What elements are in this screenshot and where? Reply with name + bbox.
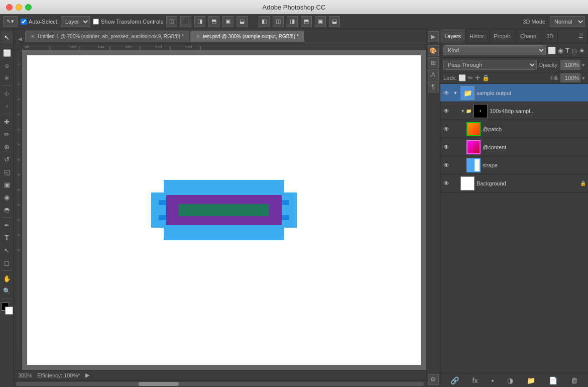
filter-pixel-icon[interactable]: ⬜	[548, 47, 556, 54]
tab-properties[interactable]: Proper.	[490, 29, 516, 43]
filter-adjust-icon[interactable]: ◉	[558, 47, 563, 54]
lock-image-icon[interactable]: ✏	[468, 74, 473, 81]
tab-channels[interactable]: Chann.	[516, 29, 542, 43]
shape-tool[interactable]: ◻	[1, 257, 13, 269]
align-bottom-icon[interactable]: ⬓	[237, 16, 248, 27]
gradient-tool[interactable]: ▣	[1, 178, 13, 190]
panel-menu[interactable]: ☰	[574, 29, 588, 43]
hand-tool[interactable]: ✋	[1, 272, 13, 284]
delete-layer-button[interactable]: 🗑	[569, 375, 580, 385]
magic-wand-tool[interactable]: ✳	[1, 72, 13, 84]
distribute-center-icon[interactable]: ◫	[273, 16, 284, 27]
tab-history[interactable]: Histor.	[465, 29, 490, 43]
blur-tool[interactable]: ◉	[1, 191, 13, 203]
tool-arrow-button[interactable]: ↖▾	[3, 16, 18, 27]
tab-3d[interactable]: 3D	[542, 29, 558, 43]
scrollbar-track[interactable]	[16, 382, 424, 386]
filter-smart-icon[interactable]: ★	[579, 47, 585, 54]
distribute-left-icon[interactable]: ◧	[259, 16, 270, 27]
color-btn[interactable]: 🎨	[428, 45, 439, 56]
maximize-button[interactable]	[25, 4, 32, 11]
scrollbar-thumb[interactable]	[139, 382, 179, 386]
auto-select-checkbox[interactable]: Auto-Select: Layer	[21, 16, 90, 27]
visibility-toggle-content[interactable]: 👁	[442, 143, 450, 151]
filter-type-icon[interactable]: T	[565, 47, 569, 54]
distribute-right-icon[interactable]: ◨	[287, 16, 298, 27]
traffic-lights[interactable]	[6, 4, 32, 11]
grid-btn[interactable]: ⊞	[428, 57, 439, 68]
distribute-mid-icon[interactable]: ▣	[315, 16, 326, 27]
eraser-tool[interactable]: ◱	[1, 166, 13, 178]
fill-input[interactable]	[560, 73, 580, 82]
blend-mode-select[interactable]: Pass Through	[443, 60, 537, 70]
tab-close-untitled[interactable]: ✕	[31, 34, 35, 39]
settings-btn[interactable]: ⚙	[428, 374, 439, 385]
play-btn[interactable]: ▶	[428, 31, 439, 42]
group-button[interactable]: 📁	[525, 375, 537, 385]
link-layers-button[interactable]: 🔗	[448, 375, 461, 385]
crop-tool[interactable]: ⊹	[1, 87, 13, 100]
filter-shape-icon[interactable]: ◻	[571, 47, 577, 54]
align-center-icon[interactable]: ⬛	[180, 16, 191, 27]
horizontal-scrollbar[interactable]	[14, 380, 426, 387]
align-right-icon[interactable]: ◨	[194, 16, 205, 27]
tab-layers[interactable]: Layers	[440, 29, 465, 43]
visibility-toggle-patch[interactable]: 👁	[442, 125, 450, 133]
spot-heal-tool[interactable]: ✚	[1, 116, 13, 128]
tab-scroll-left[interactable]: ◀	[16, 36, 24, 42]
lock-all-icon[interactable]: 🔒	[482, 74, 490, 81]
distribute-bottom-icon[interactable]: ⬓	[329, 16, 340, 27]
opacity-input[interactable]	[560, 60, 580, 70]
layer-item-content[interactable]: 👁 @content	[440, 138, 588, 156]
layer-item-patch[interactable]: 👁 @patch	[440, 120, 588, 138]
background-color[interactable]	[5, 307, 13, 315]
pen-tool[interactable]: ✒	[1, 219, 13, 231]
canvas-workspace[interactable]	[22, 50, 426, 370]
mask-button[interactable]: ▪	[489, 375, 496, 385]
tab-close-test[interactable]: ✕	[196, 34, 200, 39]
type-tool[interactable]: T	[1, 232, 13, 244]
align-left-icon[interactable]: ◫	[166, 16, 177, 27]
clone-tool[interactable]: ⊕	[1, 141, 13, 153]
move-tool[interactable]: ↖	[1, 31, 13, 43]
play-button[interactable]: ▶	[85, 372, 89, 378]
visibility-toggle-sample-output[interactable]: 👁	[442, 89, 450, 97]
fill-arrow[interactable]: ▾	[582, 75, 585, 81]
opacity-arrow[interactable]: ▾	[582, 62, 585, 68]
visibility-toggle-background[interactable]: 👁	[442, 179, 450, 187]
history-brush-tool[interactable]: ↺	[1, 153, 13, 165]
dodge-tool[interactable]: ◓	[1, 204, 13, 216]
close-button[interactable]	[6, 4, 13, 11]
lock-transparent-icon[interactable]: ⬜	[458, 74, 466, 81]
color-swatches[interactable]	[1, 303, 13, 315]
tab-test[interactable]: ✕ test.psd @ 300% (sample output, RGB/8)…	[190, 31, 304, 42]
distribute-top-icon[interactable]: ⬒	[301, 16, 312, 27]
layer-item-shape[interactable]: 👁 shape	[440, 156, 588, 174]
layer-item-100x48[interactable]: 👁 ▼ 📁 ▪ 100x48dp sampl...	[440, 102, 588, 120]
path-select-tool[interactable]: ↖	[1, 244, 13, 256]
align-top-icon[interactable]: ⬒	[208, 16, 219, 27]
3d-mode-select[interactable]: Normal	[550, 16, 585, 27]
minimize-button[interactable]	[16, 4, 22, 11]
new-layer-button[interactable]: 📄	[547, 375, 559, 385]
auto-select-dropdown[interactable]: Layer	[61, 16, 90, 27]
visibility-toggle-shape[interactable]: 👁	[442, 161, 450, 169]
group-expand-arrow[interactable]: ▼	[452, 90, 458, 95]
layer-item-sample-output[interactable]: 👁 ▼ 📁 sample output	[440, 84, 588, 102]
filter-kind-select[interactable]: Kind	[443, 45, 546, 55]
para-btn[interactable]: ¶	[428, 81, 439, 92]
lock-position-icon[interactable]: ✛	[475, 74, 480, 81]
visibility-toggle-100x48[interactable]: 👁	[442, 107, 450, 115]
text-btn[interactable]: A	[428, 69, 439, 80]
lasso-tool[interactable]: ⌾	[1, 59, 13, 71]
tab-untitled[interactable]: ✕ Untitled-1 @ 700% (spinner_ab_pressed_…	[25, 31, 189, 42]
eyedropper-tool[interactable]: 𝒾	[1, 100, 13, 112]
zoom-tool[interactable]: 🔍	[1, 285, 13, 297]
adjustment-button[interactable]: ◑	[505, 375, 515, 385]
layer-item-background[interactable]: 👁 Background 🔒	[440, 174, 588, 192]
brush-tool[interactable]: ✏	[1, 128, 13, 140]
show-transform-checkbox[interactable]: Show Transform Controls	[93, 19, 163, 25]
marquee-tool[interactable]: ⬜	[1, 47, 13, 59]
align-middle-icon[interactable]: ▣	[222, 16, 233, 27]
layer-style-button[interactable]: fx	[471, 375, 480, 385]
